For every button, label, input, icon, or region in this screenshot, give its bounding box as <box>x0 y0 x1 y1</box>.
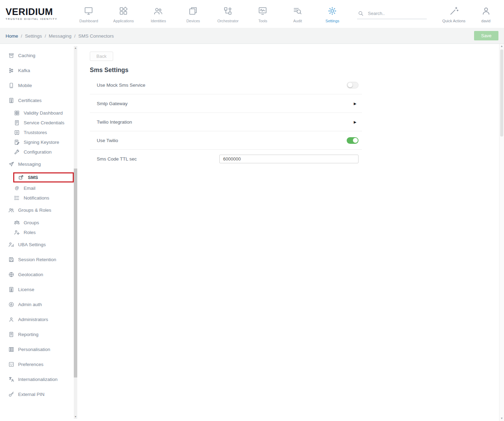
nav-item-settings[interactable]: Settings <box>315 5 350 23</box>
person-chart-icon <box>8 242 14 248</box>
nav-item-audit[interactable]: Audit <box>280 5 315 23</box>
page-scrollbar-thumb[interactable] <box>500 49 503 137</box>
people-icon <box>153 6 163 16</box>
setting-row-use-twilio: Use Twilio <box>90 131 362 150</box>
main-content: Back Sms Settings Use Mock Sms ServiceSm… <box>84 44 504 421</box>
nav-item-tools[interactable]: Tools <box>245 5 280 23</box>
breadcrumb: Home/Settings/Messaging/SMS Connectors <box>6 33 114 39</box>
sidebar-item-uba-settings[interactable]: UBA Settings <box>0 237 84 252</box>
breadcrumb-separator: / <box>74 33 76 39</box>
breadcrumb-sms-connectors: SMS Connectors <box>78 33 114 39</box>
kafka-icon <box>8 68 14 73</box>
scroll-down-icon[interactable]: ▼ <box>74 415 77 419</box>
search-box[interactable] <box>357 9 427 19</box>
setting-label: Sms Code TTL sec <box>97 156 219 162</box>
devices-icon <box>188 6 198 16</box>
sidebar-item-email[interactable]: Email <box>0 183 84 193</box>
breadcrumb-home[interactable]: Home <box>6 33 18 39</box>
sidebar-item-service-credentials[interactable]: Service Credentials <box>0 118 84 127</box>
nav-item-label: Orchestrator <box>211 19 245 23</box>
sms-code-ttl-sec-input[interactable] <box>219 155 359 163</box>
sidebar-item-reporting[interactable]: Reporting <box>0 327 84 342</box>
expand-arrow-icon[interactable]: ▶ <box>354 120 356 124</box>
monitor-icon <box>84 6 93 16</box>
nav-item-identities[interactable]: Identities <box>141 5 176 23</box>
sidebar-item-internationalization[interactable]: Internationalization <box>0 372 84 387</box>
page-scroll-up-icon[interactable]: ▲ <box>499 44 504 48</box>
scroll-up-icon[interactable]: ▲ <box>74 46 77 50</box>
face-icon <box>8 361 14 367</box>
sidebar-item-kafka[interactable]: Kafka <box>0 63 84 78</box>
page-title: Sms Settings <box>90 67 498 74</box>
sidebar-item-label: Roles <box>24 230 36 235</box>
sidebar-item-messaging[interactable]: Messaging <box>0 157 84 172</box>
sidebar-item-certificates[interactable]: Certificates <box>0 93 84 108</box>
sidebar-item-notifications[interactable]: Notifications <box>0 193 84 203</box>
setting-row-use-mock-sms-service: Use Mock Sms Service <box>90 76 362 94</box>
sidebar-scrollbar-thumb[interactable] <box>74 169 77 377</box>
sidebar-item-label: Caching <box>18 53 36 58</box>
apps-icon <box>119 6 128 16</box>
sidebar-item-admin-auth[interactable]: Admin auth <box>0 297 84 312</box>
use-twilio-toggle[interactable] <box>347 137 359 144</box>
sidebar-item-label: Preferences <box>18 362 44 367</box>
sidebar-item-license[interactable]: License <box>0 282 84 297</box>
sidebar-item-groups[interactable]: Groups <box>0 218 84 227</box>
sidebar-item-configuration[interactable]: Configuration <box>0 147 84 157</box>
breadcrumb-settings[interactable]: Settings <box>25 33 42 39</box>
sidebar-item-preferences[interactable]: Preferences <box>0 357 84 372</box>
sidebar-item-sms[interactable]: SMS <box>13 172 74 182</box>
expand-arrow-icon[interactable]: ▶ <box>354 102 356 106</box>
sidebar-item-signing-keystore[interactable]: Signing Keystore <box>0 137 84 147</box>
person-icon <box>8 317 14 322</box>
back-button[interactable]: Back <box>90 52 113 61</box>
top-nav: DashboardApplicationsIdentitiesDevicesOr… <box>71 5 350 23</box>
sidebar-item-validity-dashboard[interactable]: Validity Dashboard <box>0 108 84 118</box>
sidebar-item-truststores[interactable]: Truststores <box>0 127 84 137</box>
page-scrollbar[interactable]: ▲ ▼ <box>499 44 504 421</box>
sidebar-item-label: Internationalization <box>18 377 57 382</box>
sidebar-item-label: Groups & Roles <box>18 208 51 213</box>
sidebar-scrollbar[interactable]: ▲ ▼ <box>74 46 77 419</box>
nav-item-orchestrator[interactable]: Orchestrator <box>211 5 245 23</box>
sidebar-item-label: Truststores <box>24 130 47 135</box>
sidebar-item-mobile[interactable]: Mobile <box>0 78 84 93</box>
nav-item-dashboard[interactable]: Dashboard <box>71 5 106 23</box>
save-button[interactable]: Save <box>474 31 498 40</box>
sidebar-item-label: Notifications <box>24 195 49 201</box>
use-mock-sms-service-toggle[interactable] <box>347 82 359 88</box>
nav-item-label: Audit <box>280 19 315 23</box>
setting-label: Twilio Integration <box>97 119 354 125</box>
sidebar-item-personalisation[interactable]: Personalisation <box>0 342 84 357</box>
key-icon <box>8 391 14 397</box>
sidebar-item-administrators[interactable]: Administrators <box>0 312 84 327</box>
quick-actions-button[interactable]: Quick Actions <box>434 5 473 23</box>
sidebar-item-caching[interactable]: Caching <box>0 48 84 63</box>
sidebar-item-external-pin[interactable]: External PIN <box>0 387 84 402</box>
columns-icon <box>8 346 14 352</box>
veridium-logo[interactable]: VERIDIUM TRUSTED DIGITAL IDENTITY <box>6 7 57 21</box>
search-input[interactable] <box>367 10 430 16</box>
sidebar-item-label: License <box>18 287 34 292</box>
sidebar-item-session-retention[interactable]: Session Retention <box>0 252 84 267</box>
nav-item-label: Applications <box>106 19 141 23</box>
setting-row-twilio-integration[interactable]: Twilio Integration▶ <box>90 113 362 131</box>
toggle-knob <box>353 138 358 143</box>
sidebar-item-roles[interactable]: Roles <box>0 227 84 237</box>
user-menu[interactable]: david <box>473 5 498 23</box>
sms-chat-icon <box>18 174 24 180</box>
flow-icon <box>223 6 233 16</box>
top-header: VERIDIUM TRUSTED DIGITAL IDENTITY Dashbo… <box>0 0 504 28</box>
audit-icon <box>293 6 302 16</box>
breadcrumb-messaging[interactable]: Messaging <box>49 33 71 39</box>
globe-icon <box>8 272 14 278</box>
settings-rows: Use Mock Sms ServiceSmtp Gateway▶Twilio … <box>90 76 362 168</box>
nav-item-devices[interactable]: Devices <box>176 5 211 23</box>
sidebar-item-geolocation[interactable]: Geolocation <box>0 267 84 282</box>
sidebar-item-groups-roles[interactable]: Groups & Roles <box>0 203 84 218</box>
report-icon <box>8 332 14 337</box>
nav-item-applications[interactable]: Applications <box>106 5 141 23</box>
setting-row-smtp-gateway[interactable]: Smtp Gateway▶ <box>90 94 362 113</box>
sidebar-item-label: Configuration <box>24 149 52 155</box>
page-scroll-down-icon[interactable]: ▼ <box>499 416 504 421</box>
